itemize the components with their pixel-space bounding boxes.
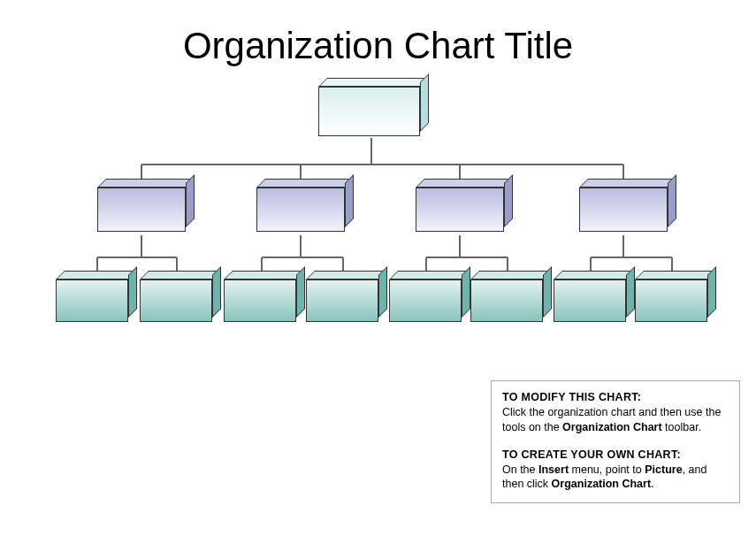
chart-title[interactable]: Organization Chart Title: [0, 25, 756, 67]
org-node-l2-4[interactable]: [579, 188, 668, 232]
org-node-l2-2[interactable]: [256, 188, 345, 232]
help-modify-heading: TO MODIFY THIS CHART:: [502, 391, 641, 403]
help-create-heading: TO CREATE YOUR OWN CHART:: [502, 448, 681, 461]
org-node-l3-8[interactable]: [635, 280, 707, 322]
org-chart[interactable]: [0, 76, 756, 359]
org-node-l2-3[interactable]: [416, 188, 504, 232]
org-node-root[interactable]: [318, 87, 420, 136]
org-node-l3-3[interactable]: [224, 280, 296, 322]
org-node-l2-1[interactable]: [97, 188, 186, 232]
org-node-l3-7[interactable]: [554, 280, 626, 322]
help-create: TO CREATE YOUR OWN CHART: On the Insert …: [502, 448, 729, 493]
org-node-l3-4[interactable]: [306, 280, 378, 322]
help-text-box[interactable]: TO MODIFY THIS CHART: Click the organiza…: [491, 380, 740, 503]
org-node-l3-1[interactable]: [56, 280, 128, 322]
org-node-l3-2[interactable]: [140, 280, 212, 322]
org-node-l3-5[interactable]: [389, 280, 462, 322]
org-node-l3-6[interactable]: [470, 280, 543, 322]
help-modify: TO MODIFY THIS CHART: Click the organiza…: [502, 390, 729, 435]
